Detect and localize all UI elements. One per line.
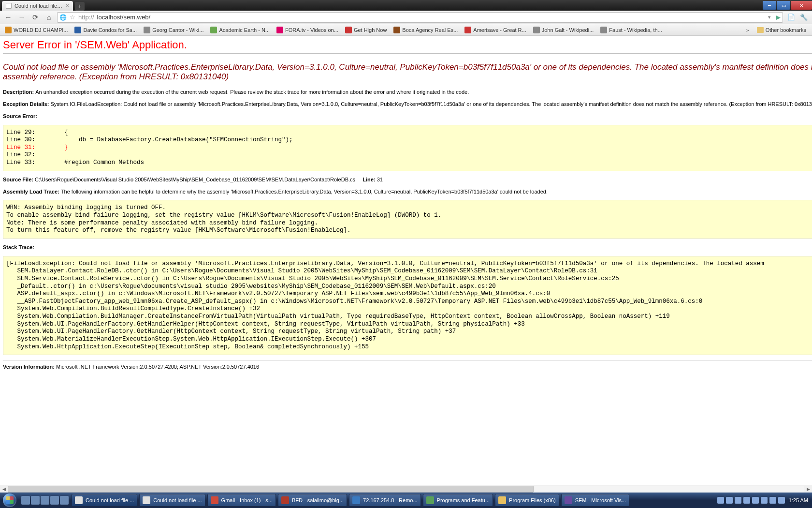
bookmark-item[interactable]: FORA.tv - Videos on... bbox=[274, 26, 341, 34]
taskbar-clock[interactable]: 1:25 AM bbox=[789, 497, 808, 503]
version-label: Version Information: bbox=[3, 364, 55, 370]
scroll-thumb[interactable] bbox=[8, 486, 534, 493]
scroll-left-button[interactable]: ◀ bbox=[0, 485, 8, 493]
quick-launch-icon[interactable] bbox=[41, 496, 49, 505]
other-bookmarks-button[interactable]: Other bookmarks bbox=[753, 27, 810, 33]
start-button[interactable] bbox=[0, 493, 19, 508]
app-icon bbox=[75, 496, 83, 504]
taskbar-item[interactable]: BFD - salalimo@big... bbox=[278, 494, 347, 507]
bookmark-label: FORA.tv - Videos on... bbox=[285, 27, 338, 33]
taskbar-item[interactable]: Gmail - Inbox (1) - s... bbox=[207, 494, 276, 507]
page-menu-icon[interactable]: 📄 bbox=[786, 12, 797, 23]
go-icon[interactable]: ▶ bbox=[776, 14, 781, 21]
windows-taskbar: Could not load file ...Could not load fi… bbox=[0, 493, 812, 508]
favicon-icon bbox=[393, 27, 400, 33]
back-button[interactable]: ← bbox=[3, 12, 14, 23]
exception-text: System.IO.FileLoadException: Could not l… bbox=[50, 101, 812, 107]
globe-icon: 🌐 bbox=[59, 14, 67, 21]
content-scroll[interactable]: Server Error in '/SEM.Web' Application. … bbox=[0, 36, 812, 493]
bookmark-star-icon[interactable]: ☆ bbox=[70, 14, 75, 21]
browser-tab-active[interactable]: Could not load file or ass... × bbox=[2, 1, 73, 11]
bookmark-label: Amerisave - Great R... bbox=[473, 27, 526, 33]
tray-icon[interactable] bbox=[735, 497, 741, 504]
taskbar-item[interactable]: Programs and Featu... bbox=[423, 494, 493, 507]
app-icon bbox=[281, 496, 289, 504]
quick-launch-icon[interactable] bbox=[21, 496, 30, 505]
version-text: Microsoft .NET Framework Version:2.0.507… bbox=[56, 364, 259, 370]
taskbar-item-label: 72.167.254.8 - Remo... bbox=[363, 497, 418, 503]
window-close-button[interactable]: ✕ bbox=[791, 1, 812, 10]
taskbar-item[interactable]: Program Files (x86) bbox=[495, 494, 559, 507]
browser-tab-strip: Could not load file or ass... × + bbox=[0, 0, 85, 11]
bookmark-item[interactable]: Georg Cantor - Wiki... bbox=[141, 26, 206, 34]
address-bar[interactable]: 🌐 ☆ http:// ▾ ▶ bbox=[57, 12, 783, 23]
home-button[interactable]: ⌂ bbox=[44, 12, 54, 23]
page-viewport: Server Error in '/SEM.Web' Application. … bbox=[0, 36, 812, 493]
favicon-icon bbox=[144, 27, 150, 33]
app-icon bbox=[426, 496, 434, 504]
bookmark-label: Academic Earth - N... bbox=[219, 27, 270, 33]
load-trace-text: The following information can be helpful… bbox=[61, 189, 548, 194]
url-input[interactable] bbox=[97, 14, 763, 21]
load-trace-label: Assembly Load Trace: bbox=[3, 189, 59, 194]
taskbar-item[interactable]: 72.167.254.8 - Remo... bbox=[349, 494, 421, 507]
tray-icon[interactable] bbox=[726, 497, 733, 504]
favicon-icon bbox=[74, 27, 81, 33]
divider bbox=[3, 53, 812, 54]
stack-trace-label: Stack Trace: bbox=[3, 244, 34, 250]
source-file-label: Source File: bbox=[3, 177, 33, 182]
bookmark-item[interactable]: Academic Earth - N... bbox=[207, 26, 273, 34]
bookmarks-bar: WORLD DJ CHAMPI...Davie Condos for Sa...… bbox=[0, 24, 812, 36]
bookmark-item[interactable]: John Galt - Wikipedi... bbox=[530, 26, 597, 34]
error-subtitle: Could not load file or assembly 'Microso… bbox=[3, 62, 812, 82]
bookmark-item[interactable]: Get High Now bbox=[342, 26, 390, 34]
bookmark-item[interactable]: Faust - Wikipedia, th... bbox=[597, 26, 665, 34]
reload-button[interactable]: ⟳ bbox=[30, 12, 41, 23]
bookmark-label: Get High Now bbox=[354, 27, 387, 33]
wrench-icon[interactable]: 🔧 bbox=[798, 12, 809, 23]
tray-icon[interactable] bbox=[743, 497, 750, 504]
tray-icon[interactable] bbox=[769, 497, 776, 504]
bookmarks-overflow[interactable]: » bbox=[743, 27, 752, 33]
quick-launch-icon[interactable] bbox=[31, 496, 40, 505]
window-maximize-button[interactable]: ▭ bbox=[777, 1, 790, 10]
tray-icon[interactable] bbox=[717, 497, 724, 504]
favicon-icon bbox=[210, 27, 217, 33]
window-minimize-button[interactable]: ━ bbox=[763, 1, 776, 10]
bookmark-label: Georg Cantor - Wiki... bbox=[152, 27, 203, 33]
dropdown-icon[interactable]: ▾ bbox=[766, 12, 773, 23]
aspnet-error-page: Server Error in '/SEM.Web' Application. … bbox=[0, 36, 812, 376]
tray-icon[interactable] bbox=[761, 497, 768, 504]
forward-button[interactable]: → bbox=[16, 12, 27, 23]
tray-icon[interactable] bbox=[778, 497, 785, 504]
app-icon bbox=[565, 496, 572, 504]
bookmark-item[interactable]: Amerisave - Great R... bbox=[462, 26, 529, 34]
taskbar-item[interactable]: Could not load file ... bbox=[139, 494, 205, 507]
taskbar-item[interactable]: Could not load file ... bbox=[72, 494, 137, 507]
favicon-icon bbox=[533, 27, 540, 33]
divider bbox=[3, 360, 812, 360]
stack-trace-box: [FileLoadException: Could not load file … bbox=[3, 256, 812, 356]
scroll-right-button[interactable]: ▶ bbox=[804, 485, 812, 493]
close-icon[interactable]: × bbox=[66, 2, 69, 9]
window-controls: ━ ▭ ✕ bbox=[763, 0, 812, 11]
app-icon bbox=[211, 496, 218, 504]
bookmark-item[interactable]: WORLD DJ CHAMPI... bbox=[2, 26, 71, 34]
bookmark-item[interactable]: Davie Condos for Sa... bbox=[72, 26, 140, 34]
tray-icon[interactable] bbox=[752, 497, 759, 504]
system-tray: 1:25 AM bbox=[713, 497, 812, 504]
folder-icon bbox=[757, 27, 764, 33]
bookmark-item[interactable]: Boca Agency Real Es... bbox=[391, 26, 461, 34]
scroll-track[interactable] bbox=[8, 486, 804, 493]
quick-launch-icon[interactable] bbox=[60, 496, 69, 505]
taskbar-item-label: BFD - salalimo@big... bbox=[292, 497, 344, 503]
quick-launch-icon[interactable] bbox=[50, 496, 59, 505]
browser-toolbar: ← → ⟳ ⌂ 🌐 ☆ http:// ▾ ▶ 📄 🔧 bbox=[0, 11, 812, 24]
taskbar-item[interactable]: SEM - Microsoft Vis... bbox=[561, 494, 630, 507]
taskbar-item-label: Program Files (x86) bbox=[509, 497, 556, 503]
favicon-icon bbox=[276, 27, 283, 33]
favicon-icon bbox=[5, 27, 12, 33]
horizontal-scrollbar[interactable]: ◀ ▶ bbox=[0, 485, 812, 493]
source-file-text: C:\Users\Rogue\Documents\Visual Studio 2… bbox=[35, 177, 355, 182]
new-tab-button[interactable]: + bbox=[75, 2, 85, 11]
